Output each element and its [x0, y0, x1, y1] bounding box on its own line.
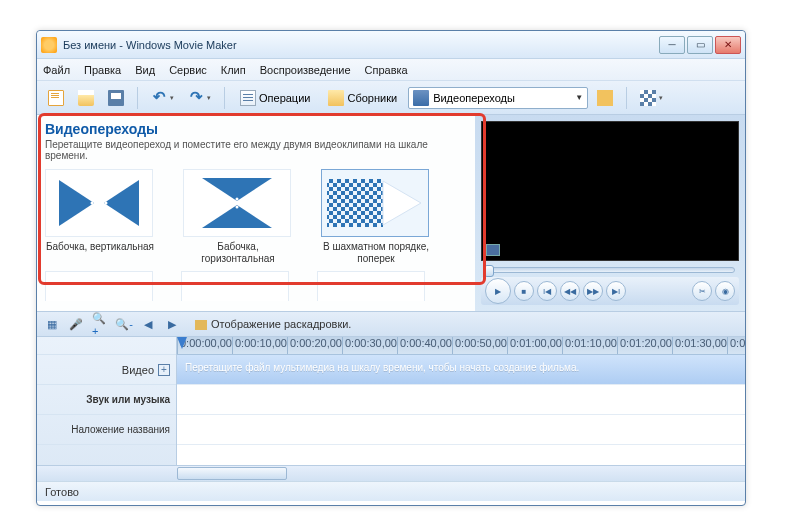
up-button[interactable]: [592, 86, 618, 110]
separator: [224, 87, 225, 109]
minimize-button[interactable]: ─: [659, 36, 685, 54]
save-button[interactable]: [103, 86, 129, 110]
transitions-panel: Видеопереходы Перетащите видеопереход и …: [37, 115, 475, 311]
undo-button[interactable]: ↶▾: [146, 86, 179, 110]
transition-item[interactable]: Бабочка, вертикальная: [45, 169, 155, 265]
film-icon: [413, 90, 429, 106]
zoom-out-button[interactable]: 🔍-: [115, 315, 133, 333]
svg-rect-10: [327, 179, 383, 227]
svg-marker-1: [104, 180, 139, 226]
menu-view[interactable]: Вид: [135, 64, 155, 76]
svg-point-3: [105, 202, 108, 205]
video-track[interactable]: Перетащите файл мультимедиа на шкалу вре…: [177, 355, 745, 385]
narrate-button[interactable]: 🎤: [67, 315, 85, 333]
transition-label: В шахматном порядке, поперек: [321, 241, 431, 265]
open-button[interactable]: [73, 86, 99, 110]
collections-dropdown[interactable]: Видеопереходы ▼: [408, 87, 588, 109]
menu-service[interactable]: Сервис: [169, 64, 207, 76]
transition-item[interactable]: Бабочка, горизонтальная: [183, 169, 293, 265]
checkerboard-icon: [325, 175, 425, 231]
collections-button[interactable]: Сборники: [321, 86, 404, 110]
video-track-hint: Перетащите файл мультимедиа на шкалу вре…: [185, 362, 579, 373]
new-icon: [48, 90, 64, 106]
transition-label: Бабочка, вертикальная: [45, 241, 155, 253]
timeline: Видео+ Звук или музыка Наложение названи…: [37, 337, 745, 465]
scrollbar-thumb[interactable]: [177, 467, 287, 480]
new-button[interactable]: [43, 86, 69, 110]
menu-file[interactable]: Файл: [43, 64, 70, 76]
butterfly-vertical-icon: [54, 175, 144, 231]
dropdown-value: Видеопереходы: [433, 92, 515, 104]
chevron-down-icon: ▼: [575, 93, 583, 102]
statusbar: Готово: [37, 481, 745, 501]
menubar: Файл Правка Вид Сервис Клип Воспроизведе…: [37, 59, 745, 81]
seek-bar[interactable]: [481, 265, 739, 275]
transition-item[interactable]: [181, 271, 289, 301]
track-video-label: Видео+: [37, 355, 176, 385]
track-title-label: Наложение названия: [37, 415, 176, 445]
svg-point-7: [236, 206, 239, 209]
status-text: Готово: [45, 486, 79, 498]
transition-item[interactable]: [45, 271, 153, 301]
tasks-button[interactable]: Операции: [233, 86, 317, 110]
redo-icon: ↷: [188, 90, 204, 106]
horizontal-scrollbar[interactable]: [37, 465, 745, 481]
time-ruler[interactable]: 0:00:00,000:00:10,000:00:20,000:00:30,00…: [177, 337, 745, 355]
undo-icon: ↶: [151, 90, 167, 106]
app-window: Без имени - Windows Movie Maker ─ ▭ ✕ Фа…: [36, 30, 746, 506]
audio-track[interactable]: [177, 385, 745, 415]
split-button[interactable]: ✂: [692, 281, 712, 301]
forward-button[interactable]: ▶▶: [583, 281, 603, 301]
save-icon: [108, 90, 124, 106]
title-track[interactable]: [177, 415, 745, 445]
svg-point-2: [91, 202, 94, 205]
menu-clip[interactable]: Клип: [221, 64, 246, 76]
preview-badge-icon: [486, 244, 500, 256]
close-button[interactable]: ✕: [715, 36, 741, 54]
redo-button[interactable]: ↷▾: [183, 86, 216, 110]
svg-marker-0: [59, 180, 94, 226]
zoom-in-button[interactable]: 🔍+: [91, 315, 109, 333]
panel-subtitle: Перетащите видеопереход и поместите его …: [45, 139, 467, 161]
svg-marker-11: [383, 181, 421, 225]
playback-controls: ▶ ■ І◀ ◀◀ ▶▶ ▶І ✂ ◉: [481, 277, 739, 305]
svg-point-6: [236, 198, 239, 201]
toolbar: ↶▾ ↷▾ Операции Сборники Видеопереходы ▼ …: [37, 81, 745, 115]
transition-item[interactable]: В шахматном порядке, поперек: [321, 169, 431, 265]
transition-label: Бабочка, горизонтальная: [183, 241, 293, 265]
rewind-button[interactable]: ◀◀: [560, 281, 580, 301]
snapshot-button[interactable]: ◉: [715, 281, 735, 301]
transition-item[interactable]: [317, 271, 425, 301]
tracks-area[interactable]: 0:00:00,000:00:10,000:00:20,000:00:30,00…: [177, 337, 745, 465]
next-button[interactable]: ▶І: [606, 281, 626, 301]
menu-help[interactable]: Справка: [365, 64, 408, 76]
separator: [626, 87, 627, 109]
separator: [137, 87, 138, 109]
collections-icon: [328, 90, 344, 106]
track-labels: Видео+ Звук или музыка Наложение названи…: [37, 337, 177, 465]
expand-icon[interactable]: +: [158, 364, 170, 376]
play-timeline-button[interactable]: ▶: [163, 315, 181, 333]
preview-monitor[interactable]: [481, 121, 739, 261]
rewind-timeline-button[interactable]: ◀: [139, 315, 157, 333]
folder-up-icon: [597, 90, 613, 106]
thumbnails-icon: [640, 90, 656, 106]
storyboard-toggle[interactable]: Отображение раскадровки.: [195, 318, 351, 330]
timeline-toolbar: ▦ 🎤 🔍+ 🔍- ◀ ▶ Отображение раскадровки.: [37, 311, 745, 337]
menu-playback[interactable]: Воспроизведение: [260, 64, 351, 76]
main-area: Видеопереходы Перетащите видеопереход и …: [37, 115, 745, 311]
preview-panel: ▶ ■ І◀ ◀◀ ▶▶ ▶І ✂ ◉: [475, 115, 745, 311]
window-title: Без имени - Windows Movie Maker: [63, 39, 659, 51]
butterfly-horizontal-icon: [192, 175, 282, 231]
play-button[interactable]: ▶: [485, 278, 511, 304]
seek-knob[interactable]: [484, 265, 494, 277]
view-button[interactable]: ▾: [635, 86, 668, 110]
menu-edit[interactable]: Правка: [84, 64, 121, 76]
track-audio-label: Звук или музыка: [37, 385, 176, 415]
app-icon: [41, 37, 57, 53]
prev-button[interactable]: І◀: [537, 281, 557, 301]
timeline-view-button[interactable]: ▦: [43, 315, 61, 333]
titlebar[interactable]: Без имени - Windows Movie Maker ─ ▭ ✕: [37, 31, 745, 59]
stop-button[interactable]: ■: [514, 281, 534, 301]
maximize-button[interactable]: ▭: [687, 36, 713, 54]
